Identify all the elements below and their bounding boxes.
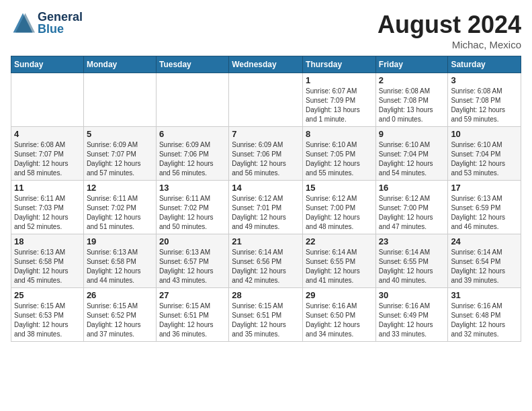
day-number: 19 bbox=[87, 236, 153, 246]
day-info: Sunrise: 6:14 AM Sunset: 6:55 PM Dayligh… bbox=[379, 248, 445, 285]
day-info: Sunrise: 6:09 AM Sunset: 7:06 PM Dayligh… bbox=[232, 140, 300, 178]
calendar-cell: 20Sunrise: 6:13 AM Sunset: 6:57 PM Dayli… bbox=[156, 234, 228, 288]
calendar-week-row: 25Sunrise: 6:15 AM Sunset: 6:53 PM Dayli… bbox=[11, 288, 521, 342]
day-number: 1 bbox=[306, 75, 373, 85]
day-of-week-header: Saturday bbox=[448, 56, 521, 73]
day-number: 24 bbox=[451, 236, 518, 246]
day-info: Sunrise: 6:12 AM Sunset: 7:00 PM Dayligh… bbox=[306, 194, 373, 232]
main-title: August 2024 bbox=[378, 11, 521, 39]
calendar-cell: 30Sunrise: 6:16 AM Sunset: 6:49 PM Dayli… bbox=[375, 288, 448, 342]
logo-blue-text: Blue bbox=[38, 23, 83, 35]
day-info: Sunrise: 6:09 AM Sunset: 7:06 PM Dayligh… bbox=[159, 140, 226, 178]
day-info: Sunrise: 6:11 AM Sunset: 7:03 PM Dayligh… bbox=[14, 194, 81, 232]
day-of-week-header: Thursday bbox=[303, 56, 376, 73]
calendar-cell: 17Sunrise: 6:13 AM Sunset: 6:59 PM Dayli… bbox=[448, 181, 521, 234]
day-info: Sunrise: 6:16 AM Sunset: 6:50 PM Dayligh… bbox=[306, 302, 373, 339]
calendar-table: SundayMondayTuesdayWednesdayThursdayFrid… bbox=[11, 56, 521, 342]
calendar-cell bbox=[11, 73, 84, 127]
day-number: 23 bbox=[379, 236, 445, 246]
calendar-cell: 27Sunrise: 6:15 AM Sunset: 6:51 PM Dayli… bbox=[156, 288, 228, 342]
day-info: Sunrise: 6:10 AM Sunset: 7:04 PM Dayligh… bbox=[379, 140, 445, 178]
day-of-week-header: Friday bbox=[375, 56, 448, 73]
day-info: Sunrise: 6:16 AM Sunset: 6:49 PM Dayligh… bbox=[379, 302, 445, 339]
day-number: 3 bbox=[451, 75, 518, 85]
day-info: Sunrise: 6:16 AM Sunset: 6:48 PM Dayligh… bbox=[451, 302, 518, 339]
day-number: 11 bbox=[14, 183, 81, 193]
day-number: 25 bbox=[14, 290, 81, 300]
calendar-week-row: 18Sunrise: 6:13 AM Sunset: 6:58 PM Dayli… bbox=[11, 234, 521, 288]
day-number: 21 bbox=[232, 236, 300, 246]
day-info: Sunrise: 6:13 AM Sunset: 6:58 PM Dayligh… bbox=[14, 248, 81, 285]
day-info: Sunrise: 6:14 AM Sunset: 6:56 PM Dayligh… bbox=[232, 248, 300, 285]
day-number: 27 bbox=[159, 290, 226, 300]
calendar-header: SundayMondayTuesdayWednesdayThursdayFrid… bbox=[11, 56, 521, 73]
day-info: Sunrise: 6:15 AM Sunset: 6:53 PM Dayligh… bbox=[14, 302, 81, 339]
calendar-body: 1Sunrise: 6:07 AM Sunset: 7:09 PM Daylig… bbox=[11, 73, 521, 342]
day-number: 6 bbox=[159, 129, 226, 139]
day-of-week-header: Tuesday bbox=[156, 56, 228, 73]
day-info: Sunrise: 6:15 AM Sunset: 6:52 PM Dayligh… bbox=[87, 302, 153, 339]
subtitle: Michac, Mexico bbox=[378, 39, 521, 50]
day-of-week-header: Wednesday bbox=[229, 56, 303, 73]
calendar-cell: 18Sunrise: 6:13 AM Sunset: 6:58 PM Dayli… bbox=[11, 234, 84, 288]
calendar-cell: 29Sunrise: 6:16 AM Sunset: 6:50 PM Dayli… bbox=[303, 288, 376, 342]
calendar-cell: 31Sunrise: 6:16 AM Sunset: 6:48 PM Dayli… bbox=[448, 288, 521, 342]
calendar-cell: 7Sunrise: 6:09 AM Sunset: 7:06 PM Daylig… bbox=[229, 127, 303, 181]
calendar-cell bbox=[229, 73, 303, 127]
day-info: Sunrise: 6:11 AM Sunset: 7:02 PM Dayligh… bbox=[87, 194, 153, 232]
day-number: 7 bbox=[232, 129, 300, 139]
header-row: SundayMondayTuesdayWednesdayThursdayFrid… bbox=[11, 56, 521, 73]
day-number: 15 bbox=[306, 183, 373, 193]
calendar-cell: 1Sunrise: 6:07 AM Sunset: 7:09 PM Daylig… bbox=[303, 73, 376, 127]
day-info: Sunrise: 6:15 AM Sunset: 6:51 PM Dayligh… bbox=[159, 302, 226, 339]
day-info: Sunrise: 6:08 AM Sunset: 7:08 PM Dayligh… bbox=[379, 87, 445, 124]
logo-icon bbox=[11, 11, 35, 35]
day-info: Sunrise: 6:14 AM Sunset: 6:54 PM Dayligh… bbox=[451, 248, 518, 285]
logo: General Blue bbox=[11, 11, 83, 35]
calendar-cell: 23Sunrise: 6:14 AM Sunset: 6:55 PM Dayli… bbox=[375, 234, 448, 288]
day-number: 30 bbox=[379, 290, 445, 300]
day-info: Sunrise: 6:13 AM Sunset: 6:58 PM Dayligh… bbox=[87, 248, 153, 285]
day-info: Sunrise: 6:07 AM Sunset: 7:09 PM Dayligh… bbox=[306, 87, 373, 124]
logo-label: General Blue bbox=[38, 11, 83, 35]
calendar-cell: 4Sunrise: 6:08 AM Sunset: 7:07 PM Daylig… bbox=[11, 127, 84, 181]
day-number: 9 bbox=[379, 129, 445, 139]
day-number: 26 bbox=[87, 290, 153, 300]
calendar-week-row: 4Sunrise: 6:08 AM Sunset: 7:07 PM Daylig… bbox=[11, 127, 521, 181]
day-info: Sunrise: 6:10 AM Sunset: 7:04 PM Dayligh… bbox=[451, 140, 518, 178]
day-number: 14 bbox=[232, 183, 300, 193]
calendar-cell: 25Sunrise: 6:15 AM Sunset: 6:53 PM Dayli… bbox=[11, 288, 84, 342]
calendar-cell bbox=[156, 73, 228, 127]
day-number: 28 bbox=[232, 290, 300, 300]
day-info: Sunrise: 6:14 AM Sunset: 6:55 PM Dayligh… bbox=[306, 248, 373, 285]
day-number: 18 bbox=[14, 236, 81, 246]
calendar-cell: 14Sunrise: 6:12 AM Sunset: 7:01 PM Dayli… bbox=[229, 181, 303, 234]
calendar-cell: 11Sunrise: 6:11 AM Sunset: 7:03 PM Dayli… bbox=[11, 181, 84, 234]
day-number: 13 bbox=[159, 183, 226, 193]
calendar-cell: 15Sunrise: 6:12 AM Sunset: 7:00 PM Dayli… bbox=[303, 181, 376, 234]
day-number: 20 bbox=[159, 236, 226, 246]
day-info: Sunrise: 6:08 AM Sunset: 7:08 PM Dayligh… bbox=[451, 87, 518, 124]
calendar-cell: 16Sunrise: 6:12 AM Sunset: 7:00 PM Dayli… bbox=[375, 181, 448, 234]
calendar-week-row: 1Sunrise: 6:07 AM Sunset: 7:09 PM Daylig… bbox=[11, 73, 521, 127]
logo-general-text: General bbox=[38, 11, 83, 23]
page-header: General Blue August 2024 Michac, Mexico bbox=[11, 11, 521, 50]
day-number: 31 bbox=[451, 290, 518, 300]
calendar-cell: 3Sunrise: 6:08 AM Sunset: 7:08 PM Daylig… bbox=[448, 73, 521, 127]
calendar-cell: 21Sunrise: 6:14 AM Sunset: 6:56 PM Dayli… bbox=[229, 234, 303, 288]
calendar-cell: 22Sunrise: 6:14 AM Sunset: 6:55 PM Dayli… bbox=[303, 234, 376, 288]
day-number: 2 bbox=[379, 75, 445, 85]
day-number: 22 bbox=[306, 236, 373, 246]
day-info: Sunrise: 6:08 AM Sunset: 7:07 PM Dayligh… bbox=[14, 140, 81, 178]
calendar-week-row: 11Sunrise: 6:11 AM Sunset: 7:03 PM Dayli… bbox=[11, 181, 521, 234]
calendar-cell: 5Sunrise: 6:09 AM Sunset: 7:07 PM Daylig… bbox=[83, 127, 156, 181]
calendar-cell: 28Sunrise: 6:15 AM Sunset: 6:51 PM Dayli… bbox=[229, 288, 303, 342]
day-of-week-header: Monday bbox=[83, 56, 156, 73]
day-number: 8 bbox=[306, 129, 373, 139]
day-number: 12 bbox=[87, 183, 153, 193]
calendar-cell: 9Sunrise: 6:10 AM Sunset: 7:04 PM Daylig… bbox=[375, 127, 448, 181]
day-info: Sunrise: 6:15 AM Sunset: 6:51 PM Dayligh… bbox=[232, 302, 300, 339]
day-number: 5 bbox=[87, 129, 153, 139]
calendar-cell: 8Sunrise: 6:10 AM Sunset: 7:05 PM Daylig… bbox=[303, 127, 376, 181]
day-info: Sunrise: 6:13 AM Sunset: 6:59 PM Dayligh… bbox=[451, 194, 518, 232]
